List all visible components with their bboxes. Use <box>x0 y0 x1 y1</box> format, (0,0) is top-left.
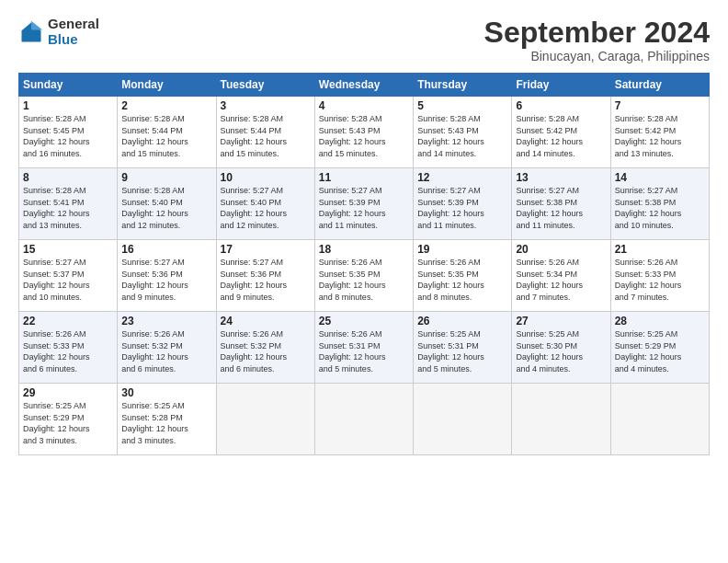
table-cell: 20Sunrise: 5:26 AM Sunset: 5:34 PM Dayli… <box>512 240 610 312</box>
day-number: 18 <box>319 243 409 256</box>
col-thursday: Thursday <box>414 74 512 97</box>
table-cell: 29Sunrise: 5:25 AM Sunset: 5:29 PM Dayli… <box>19 384 118 455</box>
day-info: Sunrise: 5:27 AM Sunset: 5:38 PM Dayligh… <box>615 185 705 231</box>
col-tuesday: Tuesday <box>216 74 314 97</box>
table-cell: 13Sunrise: 5:27 AM Sunset: 5:38 PM Dayli… <box>512 168 610 240</box>
table-cell: 4Sunrise: 5:28 AM Sunset: 5:43 PM Daylig… <box>314 97 413 168</box>
day-number: 5 <box>417 99 507 112</box>
table-cell <box>314 384 413 455</box>
table-cell: 17Sunrise: 5:27 AM Sunset: 5:36 PM Dayli… <box>216 240 314 312</box>
col-saturday: Saturday <box>610 74 709 97</box>
page: General Blue September 2024 Binucayan, C… <box>0 0 728 563</box>
day-info: Sunrise: 5:26 AM Sunset: 5:32 PM Dayligh… <box>121 328 211 374</box>
table-cell: 6Sunrise: 5:28 AM Sunset: 5:42 PM Daylig… <box>512 97 610 168</box>
day-info: Sunrise: 5:28 AM Sunset: 5:44 PM Dayligh… <box>121 113 211 159</box>
day-info: Sunrise: 5:27 AM Sunset: 5:39 PM Dayligh… <box>319 185 409 231</box>
table-cell: 22Sunrise: 5:26 AM Sunset: 5:33 PM Dayli… <box>19 312 118 384</box>
day-number: 12 <box>417 171 507 184</box>
month-title: September 2024 <box>484 17 710 49</box>
day-number: 7 <box>615 99 705 112</box>
day-number: 13 <box>516 171 606 184</box>
day-number: 21 <box>615 243 705 256</box>
day-number: 14 <box>615 171 705 184</box>
table-cell: 16Sunrise: 5:27 AM Sunset: 5:36 PM Dayli… <box>118 240 216 312</box>
day-number: 6 <box>516 99 606 112</box>
day-info: Sunrise: 5:26 AM Sunset: 5:34 PM Dayligh… <box>516 257 606 303</box>
day-number: 24 <box>221 315 311 327</box>
day-number: 1 <box>23 99 113 112</box>
day-number: 8 <box>23 171 113 184</box>
table-row: 22Sunrise: 5:26 AM Sunset: 5:33 PM Dayli… <box>19 312 710 384</box>
table-row: 15Sunrise: 5:27 AM Sunset: 5:37 PM Dayli… <box>19 240 710 312</box>
day-info: Sunrise: 5:25 AM Sunset: 5:29 PM Dayligh… <box>615 328 705 374</box>
table-cell: 28Sunrise: 5:25 AM Sunset: 5:29 PM Dayli… <box>610 312 709 384</box>
calendar-table: Sunday Monday Tuesday Wednesday Thursday… <box>18 73 710 455</box>
day-number: 9 <box>121 171 211 184</box>
day-number: 30 <box>121 386 211 399</box>
table-row: 29Sunrise: 5:25 AM Sunset: 5:29 PM Dayli… <box>19 384 710 455</box>
title-section: September 2024 Binucayan, Caraga, Philip… <box>484 17 710 63</box>
table-row: 8Sunrise: 5:28 AM Sunset: 5:41 PM Daylig… <box>19 168 710 240</box>
day-info: Sunrise: 5:28 AM Sunset: 5:41 PM Dayligh… <box>23 185 113 231</box>
table-cell: 3Sunrise: 5:28 AM Sunset: 5:44 PM Daylig… <box>216 97 314 168</box>
day-number: 20 <box>516 243 606 256</box>
day-number: 3 <box>221 99 311 112</box>
table-cell: 18Sunrise: 5:26 AM Sunset: 5:35 PM Dayli… <box>314 240 413 312</box>
table-cell: 30Sunrise: 5:25 AM Sunset: 5:28 PM Dayli… <box>118 384 216 455</box>
table-cell: 8Sunrise: 5:28 AM Sunset: 5:41 PM Daylig… <box>19 168 118 240</box>
table-cell <box>216 384 314 455</box>
day-info: Sunrise: 5:27 AM Sunset: 5:38 PM Dayligh… <box>516 185 606 231</box>
day-number: 16 <box>121 243 211 256</box>
day-number: 26 <box>417 315 507 327</box>
day-number: 15 <box>23 243 113 256</box>
header-row: Sunday Monday Tuesday Wednesday Thursday… <box>19 74 710 97</box>
table-cell: 15Sunrise: 5:27 AM Sunset: 5:37 PM Dayli… <box>19 240 118 312</box>
table-cell: 24Sunrise: 5:26 AM Sunset: 5:32 PM Dayli… <box>216 312 314 384</box>
day-number: 29 <box>23 386 113 399</box>
day-number: 17 <box>221 243 311 256</box>
table-cell: 23Sunrise: 5:26 AM Sunset: 5:32 PM Dayli… <box>118 312 216 384</box>
col-sunday: Sunday <box>19 74 118 97</box>
logo-general-label: General <box>48 17 99 32</box>
day-number: 22 <box>23 315 113 327</box>
day-number: 19 <box>417 243 507 256</box>
day-info: Sunrise: 5:27 AM Sunset: 5:36 PM Dayligh… <box>121 257 211 303</box>
table-cell <box>512 384 610 455</box>
day-info: Sunrise: 5:28 AM Sunset: 5:42 PM Dayligh… <box>615 113 705 159</box>
day-info: Sunrise: 5:27 AM Sunset: 5:36 PM Dayligh… <box>221 257 311 303</box>
day-info: Sunrise: 5:28 AM Sunset: 5:43 PM Dayligh… <box>319 113 409 159</box>
col-friday: Friday <box>512 74 610 97</box>
day-number: 2 <box>121 99 211 112</box>
day-info: Sunrise: 5:28 AM Sunset: 5:42 PM Dayligh… <box>516 113 606 159</box>
logo-text: General Blue <box>48 17 99 47</box>
table-cell: 9Sunrise: 5:28 AM Sunset: 5:40 PM Daylig… <box>118 168 216 240</box>
day-info: Sunrise: 5:26 AM Sunset: 5:32 PM Dayligh… <box>221 328 311 374</box>
day-info: Sunrise: 5:26 AM Sunset: 5:33 PM Dayligh… <box>23 328 113 374</box>
day-info: Sunrise: 5:27 AM Sunset: 5:40 PM Dayligh… <box>221 185 311 231</box>
location: Binucayan, Caraga, Philippines <box>484 49 710 63</box>
table-cell: 7Sunrise: 5:28 AM Sunset: 5:42 PM Daylig… <box>610 97 709 168</box>
day-info: Sunrise: 5:28 AM Sunset: 5:40 PM Dayligh… <box>121 185 211 231</box>
logo-icon <box>18 19 44 45</box>
day-info: Sunrise: 5:28 AM Sunset: 5:45 PM Dayligh… <box>23 113 113 159</box>
table-cell <box>414 384 512 455</box>
day-info: Sunrise: 5:26 AM Sunset: 5:35 PM Dayligh… <box>417 257 507 303</box>
day-number: 10 <box>221 171 311 184</box>
day-number: 25 <box>319 315 409 327</box>
table-cell: 12Sunrise: 5:27 AM Sunset: 5:39 PM Dayli… <box>414 168 512 240</box>
logo-blue-label: Blue <box>48 32 99 48</box>
day-number: 4 <box>319 99 409 112</box>
day-info: Sunrise: 5:26 AM Sunset: 5:31 PM Dayligh… <box>319 328 409 374</box>
logo: General Blue <box>18 17 99 47</box>
table-cell: 25Sunrise: 5:26 AM Sunset: 5:31 PM Dayli… <box>314 312 413 384</box>
table-cell: 11Sunrise: 5:27 AM Sunset: 5:39 PM Dayli… <box>314 168 413 240</box>
day-number: 28 <box>615 315 705 327</box>
table-cell: 27Sunrise: 5:25 AM Sunset: 5:30 PM Dayli… <box>512 312 610 384</box>
day-info: Sunrise: 5:26 AM Sunset: 5:33 PM Dayligh… <box>615 257 705 303</box>
day-info: Sunrise: 5:28 AM Sunset: 5:43 PM Dayligh… <box>417 113 507 159</box>
day-info: Sunrise: 5:27 AM Sunset: 5:37 PM Dayligh… <box>23 257 113 303</box>
day-info: Sunrise: 5:25 AM Sunset: 5:29 PM Dayligh… <box>23 400 113 446</box>
table-cell: 26Sunrise: 5:25 AM Sunset: 5:31 PM Dayli… <box>414 312 512 384</box>
header: General Blue September 2024 Binucayan, C… <box>18 17 710 63</box>
table-row: 1Sunrise: 5:28 AM Sunset: 5:45 PM Daylig… <box>19 97 710 168</box>
